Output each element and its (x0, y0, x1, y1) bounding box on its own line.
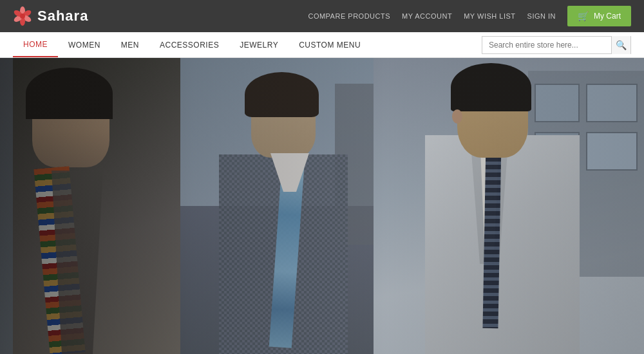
nav-accessories[interactable]: ACCESSORIES (149, 32, 229, 57)
nav-home[interactable]: HOME (13, 32, 58, 57)
top-bar: Sahara COMPARE PRODUCTS MY ACCOUNT MY WI… (0, 0, 644, 32)
nav-custom-menu[interactable]: CUSTOM MENU (289, 32, 371, 57)
nav-bar: HOME WOMEN MEN ACCESSORIES JEWELRY CUSTO… (0, 32, 644, 58)
search-bar: 🔍 (482, 36, 631, 54)
nav-women[interactable]: WOMEN (58, 32, 111, 57)
cart-icon: 🛒 (578, 11, 589, 21)
svg-point-6 (20, 14, 25, 19)
nav-jewelry[interactable]: JEWELRY (229, 32, 289, 57)
cart-button[interactable]: 🛒 My Cart (567, 6, 631, 26)
search-icon: 🔍 (616, 40, 627, 50)
logo-text: Sahara (37, 8, 88, 24)
search-input[interactable] (482, 41, 611, 50)
hero-banner (0, 58, 644, 354)
nav-my-account[interactable]: MY ACCOUNT (402, 12, 452, 20)
main-nav: HOME WOMEN MEN ACCESSORIES JEWELRY CUSTO… (13, 32, 371, 57)
nav-my-wish-list[interactable]: MY WISH LIST (464, 12, 515, 20)
logo[interactable]: Sahara (13, 6, 88, 26)
nav-men[interactable]: MEN (111, 32, 149, 57)
hero-overlay (0, 58, 644, 354)
top-nav: COMPARE PRODUCTS MY ACCOUNT MY WISH LIST… (308, 6, 631, 26)
nav-sign-in[interactable]: SIGN IN (527, 12, 556, 20)
logo-icon (13, 6, 32, 26)
nav-compare-products[interactable]: COMPARE PRODUCTS (308, 12, 390, 20)
search-button[interactable]: 🔍 (611, 36, 630, 54)
cart-label: My Cart (594, 12, 621, 21)
